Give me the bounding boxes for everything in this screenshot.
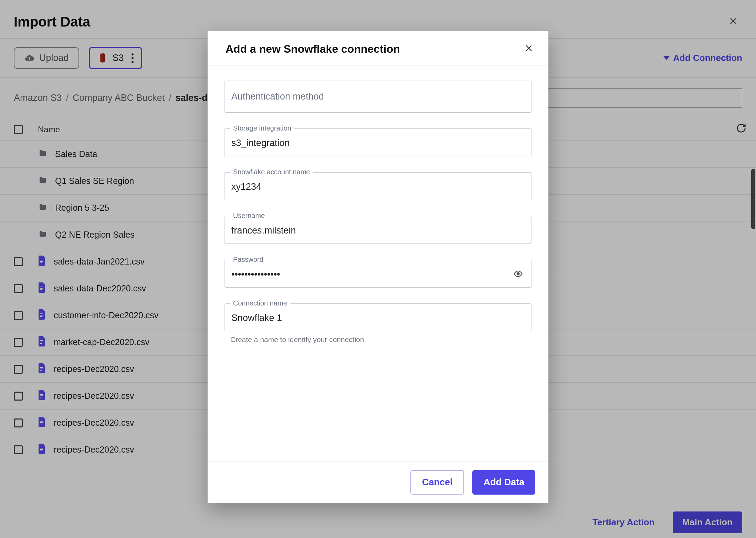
account-name-input[interactable] <box>224 172 532 200</box>
cancel-button[interactable]: Cancel <box>410 470 464 495</box>
storage-integration-label: Storage integration <box>230 124 294 132</box>
show-password-icon[interactable] <box>512 269 524 279</box>
modal-overlay: Add a new Snowflake connection Authentic… <box>0 0 756 538</box>
svg-point-24 <box>517 272 519 275</box>
storage-integration-field[interactable]: Storage integration <box>224 128 532 156</box>
auth-method-field[interactable]: Authentication method <box>224 81 532 113</box>
add-data-button[interactable]: Add Data <box>472 470 535 495</box>
storage-integration-input[interactable] <box>224 128 532 156</box>
connection-name-label: Connection name <box>230 299 290 307</box>
username-label: Username <box>230 212 267 220</box>
connection-name-input[interactable] <box>224 303 532 331</box>
password-label: Password <box>230 256 266 263</box>
password-field[interactable]: Password <box>224 260 532 288</box>
account-name-field[interactable]: Snowflake account name <box>224 172 532 200</box>
snowflake-connection-modal: Add a new Snowflake connection Authentic… <box>208 31 548 503</box>
connection-name-field[interactable]: Connection name Create a name to identif… <box>224 303 532 344</box>
auth-method-placeholder: Authentication method <box>224 81 532 113</box>
account-name-label: Snowflake account name <box>230 168 313 176</box>
username-field[interactable]: Username <box>224 216 532 244</box>
connection-name-helper: Create a name to identify your connectio… <box>224 335 532 344</box>
modal-title: Add a new Snowflake connection <box>225 43 400 55</box>
username-input[interactable] <box>224 216 532 244</box>
password-input[interactable] <box>224 260 532 288</box>
modal-close-icon[interactable] <box>524 43 533 55</box>
